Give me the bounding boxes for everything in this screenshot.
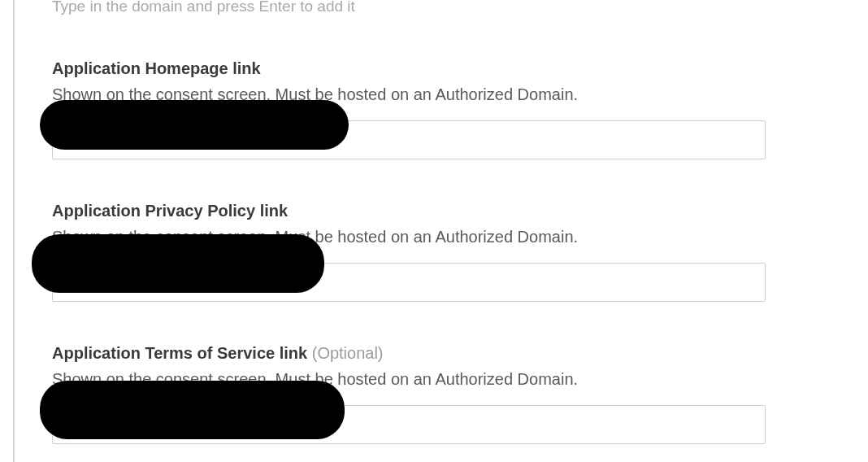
homepage-label: Application Homepage link xyxy=(52,58,868,80)
homepage-input[interactable] xyxy=(52,120,766,159)
homepage-group: Application Homepage link Shown on the c… xyxy=(52,58,868,159)
privacy-group: Application Privacy Policy link Shown on… xyxy=(52,200,868,302)
privacy-label: Application Privacy Policy link xyxy=(52,200,868,222)
side-border xyxy=(13,0,15,462)
tos-group: Application Terms of Service link (Optio… xyxy=(52,342,868,444)
domain-entry-hint: Type in the domain and press Enter to ad… xyxy=(52,0,868,17)
tos-optional: (Optional) xyxy=(312,344,384,362)
tos-input[interactable] xyxy=(52,405,766,444)
tos-label-text: Application Terms of Service link xyxy=(52,344,312,362)
tos-label: Application Terms of Service link (Optio… xyxy=(52,342,868,364)
privacy-desc: Shown on the consent screen. Must be hos… xyxy=(52,225,868,248)
homepage-desc: Shown on the consent screen. Must be hos… xyxy=(52,83,868,106)
privacy-input[interactable] xyxy=(52,263,766,302)
tos-desc: Shown on the consent screen. Must be hos… xyxy=(52,368,868,390)
